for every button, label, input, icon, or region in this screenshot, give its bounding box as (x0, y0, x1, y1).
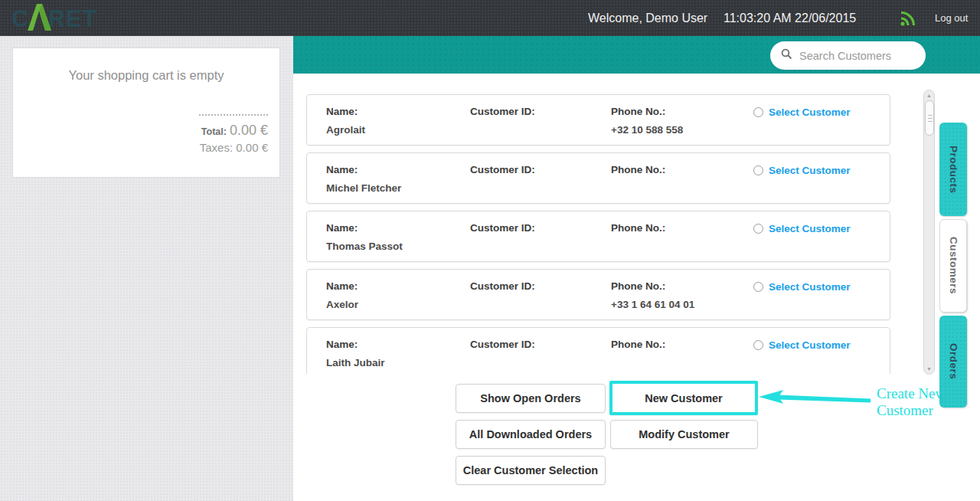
welcome-text: Welcome, Demo User (588, 0, 707, 36)
phone-label: Phone No.: (611, 164, 665, 175)
select-customer-radio[interactable] (753, 165, 763, 175)
customers-toolbar (293, 36, 980, 74)
tab-products[interactable]: Products (939, 123, 967, 216)
phone-column: Phone No.: (611, 164, 665, 182)
select-customer-link[interactable]: Select Customer (769, 223, 851, 234)
customer-row-laith-jubair: Name: Laith Jubair Customer ID: Phone No… (306, 327, 890, 374)
top-header-bar: C RET Welcome, Demo User 11:03:20 AM 22/… (0, 0, 980, 36)
customer-id-label: Customer ID: (470, 222, 535, 234)
tab-orders[interactable]: Orders (939, 316, 967, 408)
select-customer-control[interactable]: Select Customer (753, 165, 851, 176)
customer-name: Thomas Passot (326, 241, 403, 252)
all-downloaded-orders-button[interactable]: All Downloaded Orders (456, 420, 606, 449)
customer-name: Agrolait (326, 124, 365, 136)
customer-id-column: Customer ID: (470, 339, 535, 357)
name-column: Name: Laith Jubair (326, 339, 385, 368)
select-customer-control[interactable]: Select Customer (753, 281, 851, 293)
cart-total-line: Total:0.00 € (145, 123, 268, 139)
customer-name: Laith Jubair (326, 357, 385, 368)
name-column: Name: Axelor (326, 280, 358, 310)
name-label: Name: (326, 164, 401, 175)
customer-phone: +32 10 588 558 (611, 124, 683, 136)
customer-row-thomas-passot: Name: Thomas Passot Customer ID: Phone N… (306, 211, 890, 262)
select-customer-control[interactable]: Select Customer (753, 339, 851, 351)
select-customer-link[interactable]: Select Customer (769, 165, 851, 176)
customer-row-agrolait: Name: Agrolait Customer ID: Phone No.: +… (306, 94, 890, 146)
phone-column: Phone No.: +33 1 64 61 04 01 (611, 280, 694, 310)
customer-id-label: Customer ID: (470, 339, 535, 350)
magnifier-icon (781, 48, 792, 63)
name-label: Name: (326, 222, 403, 234)
select-customer-radio[interactable] (753, 282, 763, 292)
name-column: Name: Thomas Passot (326, 222, 403, 252)
thumb-grip (928, 121, 933, 122)
modify-customer-button[interactable]: Modify Customer (610, 420, 758, 449)
select-customer-radio[interactable] (753, 107, 763, 117)
phone-column: Phone No.: (611, 222, 665, 241)
customer-name: Axelor (326, 299, 358, 310)
scroll-down-icon[interactable]: ▼ (924, 366, 934, 372)
phone-label: Phone No.: (611, 222, 665, 234)
customer-phone: +33 1 64 61 04 01 (611, 299, 694, 310)
name-label: Name: (326, 339, 385, 350)
cart-totals: Total:0.00 € Taxes: 0.00 € (145, 114, 268, 154)
customer-search-box[interactable] (770, 41, 926, 70)
phone-label: Phone No.: (611, 106, 683, 117)
select-customer-radio[interactable] (753, 224, 763, 234)
taxes-label: Taxes: (200, 141, 233, 154)
cart-taxes-line: Taxes: 0.00 € (145, 141, 268, 154)
shopping-cart-card: Your shopping cart is empty Total:0.00 €… (12, 47, 280, 178)
customer-id-column: Customer ID: (470, 106, 535, 124)
customer-id-label: Customer ID: (470, 164, 535, 175)
customer-id-label: Customer ID: (470, 106, 535, 117)
show-open-orders-button[interactable]: Show Open Orders (456, 384, 606, 413)
clear-customer-selection-button[interactable]: Clear Customer Selection (456, 456, 606, 485)
select-customer-control[interactable]: Select Customer (753, 106, 851, 118)
select-customer-link[interactable]: Select Customer (769, 339, 851, 351)
cart-panel: Your shopping cart is empty Total:0.00 €… (0, 36, 293, 501)
customer-id-column: Customer ID: (470, 280, 535, 299)
logout-button[interactable]: Log out (935, 0, 968, 36)
app-logo: C RET (11, 3, 97, 34)
logo-letters-ret: RET (47, 5, 97, 34)
phone-label: Phone No.: (611, 280, 694, 292)
select-customer-link[interactable]: Select Customer (769, 106, 851, 118)
customer-id-column: Customer ID: (470, 164, 535, 182)
select-customer-link[interactable]: Select Customer (769, 281, 851, 293)
search-input[interactable] (799, 50, 914, 62)
wifi-signal-icon (900, 9, 917, 29)
thumb-grip (928, 118, 933, 119)
customer-list: Name: Agrolait Customer ID: Phone No.: +… (306, 94, 890, 374)
total-value: 0.00 € (230, 123, 268, 138)
select-customer-control[interactable]: Select Customer (753, 223, 851, 234)
name-column: Name: Michel Fletcher (326, 164, 401, 194)
name-label: Name: (326, 106, 365, 117)
main-content: Name: Agrolait Customer ID: Phone No.: +… (293, 74, 980, 501)
list-scrollbar[interactable]: ▲ ▼ (923, 90, 935, 375)
name-label: Name: (326, 280, 358, 292)
scroll-up-icon[interactable]: ▲ (924, 93, 934, 98)
taxes-value: 0.00 € (236, 141, 268, 154)
thumb-grip (928, 115, 933, 116)
cart-empty-message: Your shopping cart is empty (13, 68, 279, 83)
total-label: Total: (201, 126, 227, 137)
customer-id-label: Customer ID: (470, 280, 535, 292)
caret-logo-icon (25, 2, 53, 35)
scrollbar-thumb[interactable] (925, 100, 934, 136)
totals-divider (199, 114, 268, 116)
phone-column: Phone No.: +32 10 588 558 (611, 106, 683, 136)
annotation-arrow-icon (759, 389, 872, 411)
new-customer-button[interactable]: New Customer (609, 381, 758, 415)
customer-id-column: Customer ID: (470, 222, 535, 241)
customer-row-michel-fletcher: Name: Michel Fletcher Customer ID: Phone… (306, 152, 890, 204)
tab-customers[interactable]: Customers (939, 219, 967, 313)
phone-label: Phone No.: (611, 339, 665, 350)
datetime-text: 11:03:20 AM 22/06/2015 (724, 0, 856, 36)
customer-row-axelor: Name: Axelor Customer ID: Phone No.: +33… (306, 269, 890, 320)
phone-column: Phone No.: (611, 339, 665, 357)
customer-name: Michel Fletcher (326, 182, 401, 194)
name-column: Name: Agrolait (326, 106, 365, 136)
select-customer-radio[interactable] (753, 340, 763, 350)
